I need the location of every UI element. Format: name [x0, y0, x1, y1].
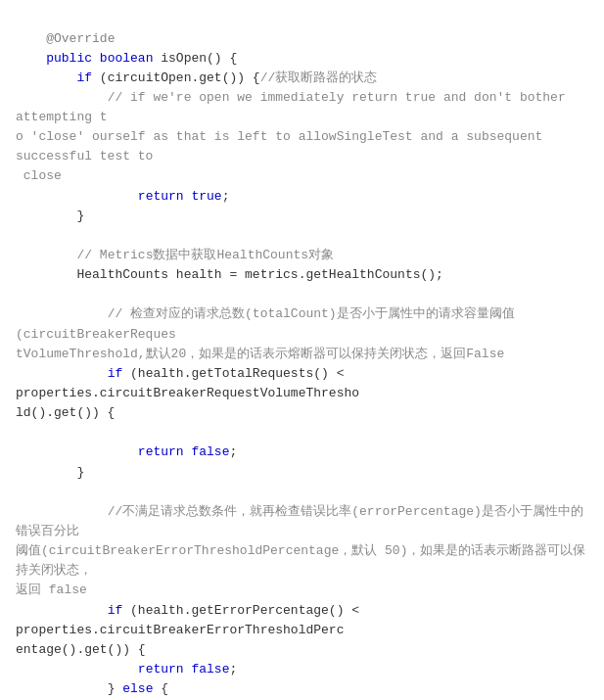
- code-block: @Override public boolean isOpen() { if (…: [0, 0, 604, 700]
- code-pre: @Override public boolean isOpen() { if (…: [16, 29, 588, 701]
- line-1: @Override public boolean isOpen() { if (…: [16, 31, 585, 701]
